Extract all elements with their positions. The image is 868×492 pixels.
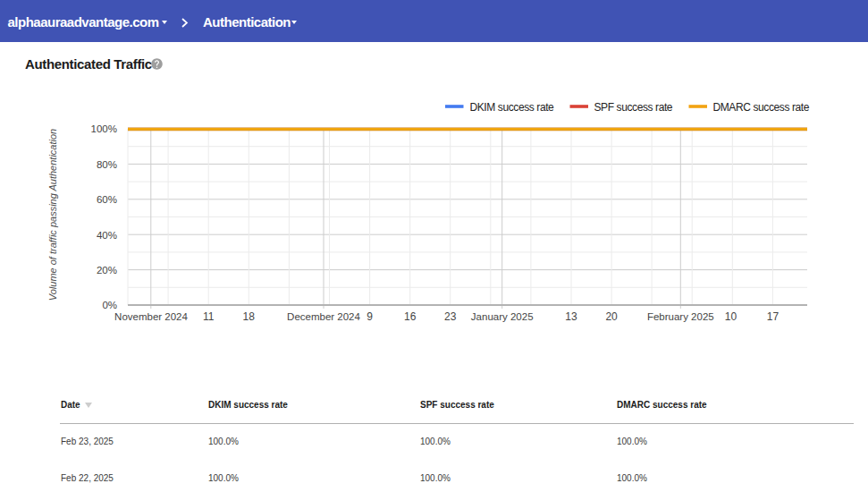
svg-text:November 2024: November 2024 <box>114 311 188 322</box>
svg-text:40%: 40% <box>97 230 117 241</box>
svg-text:DKIM success rate: DKIM success rate <box>470 101 555 114</box>
svg-text:Volume of traffic passing Auth: Volume of traffic passing Authentication <box>47 129 58 301</box>
svg-text:SPF success rate: SPF success rate <box>594 101 673 114</box>
svg-text:60%: 60% <box>97 194 117 205</box>
svg-text:DMARC success rate: DMARC success rate <box>713 101 810 114</box>
svg-text:80%: 80% <box>97 159 117 170</box>
svg-text:February 2025: February 2025 <box>647 311 714 322</box>
svg-text:20%: 20% <box>97 265 117 276</box>
svg-text:17: 17 <box>767 310 780 323</box>
svg-text:100%: 100% <box>91 123 117 134</box>
svg-text:January 2025: January 2025 <box>471 311 534 322</box>
svg-text:20: 20 <box>605 310 618 323</box>
svg-text:December 2024: December 2024 <box>287 311 360 322</box>
svg-text:16: 16 <box>404 310 417 323</box>
svg-text:11: 11 <box>203 310 215 323</box>
svg-text:0%: 0% <box>102 300 117 310</box>
svg-text:10: 10 <box>725 310 737 323</box>
svg-text:18: 18 <box>243 310 256 323</box>
svg-text:23: 23 <box>444 310 457 323</box>
svg-text:13: 13 <box>565 310 577 323</box>
svg-text:9: 9 <box>367 310 373 323</box>
